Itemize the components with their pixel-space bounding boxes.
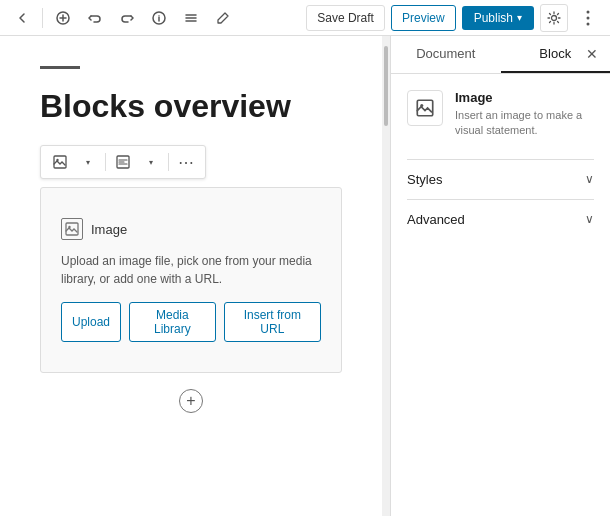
edit-button[interactable] bbox=[209, 4, 237, 32]
preview-button[interactable]: Preview bbox=[391, 5, 456, 31]
save-draft-button[interactable]: Save Draft bbox=[306, 5, 385, 31]
svg-point-5 bbox=[587, 22, 590, 25]
block-info-name: Image bbox=[455, 90, 594, 105]
toolbar-sep-2 bbox=[168, 153, 169, 171]
block-toolbar: ▾ ▾ ⋯ bbox=[40, 145, 206, 179]
toolbar-right: Save Draft Preview Publish ▾ bbox=[306, 4, 602, 32]
svg-point-10 bbox=[68, 226, 70, 228]
image-block-header: Image bbox=[61, 218, 321, 240]
image-block: Image Upload an image file, pick one fro… bbox=[40, 187, 342, 373]
toolbar-divider-1 bbox=[42, 8, 43, 28]
insert-from-url-button[interactable]: Insert from URL bbox=[224, 302, 321, 342]
undo-button[interactable] bbox=[81, 4, 109, 32]
styles-label: Styles bbox=[407, 172, 442, 187]
toolbar-sep-1 bbox=[105, 153, 106, 171]
list-view-button[interactable] bbox=[177, 4, 205, 32]
image-block-description: Upload an image file, pick one from your… bbox=[61, 252, 321, 288]
block-info-icon bbox=[407, 90, 443, 126]
block-info-desc: Insert an image to make a visual stateme… bbox=[455, 108, 594, 139]
back-button[interactable] bbox=[8, 4, 36, 32]
add-block-row: + bbox=[40, 389, 342, 413]
svg-point-2 bbox=[158, 14, 159, 15]
upload-button[interactable]: Upload bbox=[61, 302, 121, 342]
add-block-button[interactable]: + bbox=[179, 389, 203, 413]
add-block-toolbar-button[interactable] bbox=[49, 4, 77, 32]
page-title[interactable]: Blocks overview bbox=[40, 87, 342, 125]
block-more-options-button[interactable]: ⋯ bbox=[173, 149, 199, 175]
sidebar-content: Image Insert an image to make a visual s… bbox=[391, 74, 610, 516]
top-toolbar: Save Draft Preview Publish ▾ bbox=[0, 0, 610, 36]
svg-point-4 bbox=[587, 16, 590, 19]
svg-point-12 bbox=[420, 104, 423, 107]
advanced-accordion[interactable]: Advanced ∨ bbox=[407, 199, 594, 239]
main-area: Blocks overview ▾ ▾ ⋯ Image Upload an bbox=[0, 36, 610, 516]
publish-arrow-icon: ▾ bbox=[517, 12, 522, 23]
publish-button[interactable]: Publish ▾ bbox=[462, 6, 534, 30]
sidebar: Document Block ✕ Image Insert an image t… bbox=[390, 36, 610, 516]
styles-chevron-icon: ∨ bbox=[585, 172, 594, 186]
editor-area: Blocks overview ▾ ▾ ⋯ Image Upload an bbox=[0, 36, 382, 516]
advanced-chevron-icon: ∨ bbox=[585, 212, 594, 226]
settings-button[interactable] bbox=[540, 4, 568, 32]
scrollbar-thumb bbox=[384, 46, 388, 126]
tab-document[interactable]: Document bbox=[391, 36, 501, 73]
editor-decoration-line bbox=[40, 66, 80, 69]
media-library-button[interactable]: Media Library bbox=[129, 302, 216, 342]
redo-button[interactable] bbox=[113, 4, 141, 32]
sidebar-tabs: Document Block ✕ bbox=[391, 36, 610, 74]
image-type-button[interactable] bbox=[47, 149, 73, 175]
info-button[interactable] bbox=[145, 4, 173, 32]
image-block-icon bbox=[61, 218, 83, 240]
editor-scrollbar[interactable] bbox=[382, 36, 390, 516]
publish-label: Publish bbox=[474, 11, 513, 25]
align-arrow: ▾ bbox=[138, 149, 164, 175]
styles-accordion[interactable]: Styles ∨ bbox=[407, 159, 594, 199]
block-info: Image Insert an image to make a visual s… bbox=[407, 90, 594, 139]
align-left-button[interactable] bbox=[110, 149, 136, 175]
sidebar-close-button[interactable]: ✕ bbox=[582, 44, 602, 64]
toolbar-left bbox=[8, 4, 306, 32]
svg-point-7 bbox=[56, 159, 58, 161]
add-block-icon: + bbox=[186, 393, 195, 409]
image-block-title: Image bbox=[91, 222, 127, 237]
more-options-button[interactable] bbox=[574, 4, 602, 32]
advanced-label: Advanced bbox=[407, 212, 465, 227]
image-type-arrow: ▾ bbox=[75, 149, 101, 175]
image-block-buttons: Upload Media Library Insert from URL bbox=[61, 302, 321, 342]
block-info-text: Image Insert an image to make a visual s… bbox=[455, 90, 594, 139]
svg-point-3 bbox=[587, 10, 590, 13]
